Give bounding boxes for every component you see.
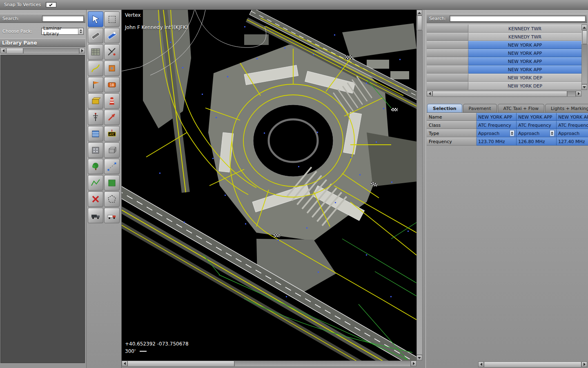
- tool-truck-route[interactable]: [104, 208, 120, 223]
- class-cell[interactable]: ATC Frequency: [557, 121, 588, 129]
- map-vertical-scrollbar[interactable]: [416, 10, 423, 361]
- scroll-thumb[interactable]: [417, 16, 422, 30]
- tool-tower-viewpoint[interactable]: [88, 110, 103, 125]
- tool-gate-box[interactable]: [88, 93, 103, 109]
- snap-to-vertices-checkbox[interactable]: [46, 2, 56, 7]
- hierarchy-search-input[interactable]: [450, 16, 586, 22]
- scroll-right-button[interactable]: [411, 361, 416, 366]
- tool-terrain[interactable]: [88, 44, 103, 60]
- dropdown-arrows-icon[interactable]: [550, 130, 555, 137]
- tool-facade[interactable]: [88, 126, 103, 141]
- map-canvas[interactable]: Vertex John F Kennedy Int'l(KJFK) +40.65…: [122, 10, 416, 361]
- hierarchy-search-bar: Search:: [427, 14, 587, 23]
- name-cell[interactable]: NEW YORK APP: [477, 113, 517, 121]
- scroll-track[interactable]: [581, 44, 588, 84]
- class-cell[interactable]: ATC Frequency: [517, 121, 557, 129]
- tab-atc-taxi-flow[interactable]: ATC Taxi + Flow: [498, 104, 544, 112]
- tool-lighthouse[interactable]: [104, 93, 120, 109]
- scroll-right-button[interactable]: [576, 91, 581, 96]
- library-list-area[interactable]: [0, 55, 85, 363]
- property-label: Class: [427, 121, 477, 129]
- scroll-track[interactable]: [416, 30, 423, 355]
- tab-pavement[interactable]: Pavement: [463, 104, 497, 112]
- scroll-thumb[interactable]: [582, 30, 587, 44]
- dropdown-arrows-icon[interactable]: [510, 130, 514, 137]
- tree-icon: [90, 161, 101, 172]
- tool-vertex[interactable]: [88, 11, 103, 27]
- scroll-right-button[interactable]: [79, 48, 85, 54]
- tool-taxi-sign[interactable]: ATC: [104, 126, 120, 141]
- tool-hole[interactable]: [104, 61, 120, 76]
- scroll-right-button[interactable]: [581, 361, 587, 367]
- tab-selection[interactable]: Selection: [427, 104, 462, 112]
- scroll-down-button[interactable]: [581, 84, 587, 90]
- tool-windsock[interactable]: [88, 77, 103, 92]
- type-dropdown-cell[interactable]: Approach: [557, 129, 588, 137]
- list-item-new-york-app[interactable]: NEW YORK APP: [427, 57, 581, 65]
- tool-boundary[interactable]: [104, 191, 120, 207]
- tool-marquee[interactable]: [104, 11, 120, 27]
- windsock-icon: [90, 79, 101, 90]
- list-horizontal-scrollbar[interactable]: [427, 91, 581, 97]
- list-item-new-york-app[interactable]: NEW YORK APP: [427, 41, 581, 49]
- tool-taxiline[interactable]: [88, 61, 103, 76]
- tool-polygon[interactable]: [104, 175, 120, 191]
- class-cell[interactable]: ATC Frequency: [477, 121, 517, 129]
- scroll-thumb[interactable]: [6, 48, 23, 54]
- list-item-new-york-dep[interactable]: NEW YORK DEP: [427, 74, 581, 82]
- list-item-kennedy-twr[interactable]: KENNEDY TWR: [427, 25, 581, 33]
- scroll-left-button[interactable]: [122, 361, 127, 366]
- scroll-down-button[interactable]: [416, 355, 422, 361]
- tool-runway[interactable]: [88, 28, 103, 43]
- list-item-new-york-dep[interactable]: NEW YORK DEP: [427, 82, 581, 90]
- scroll-track[interactable]: [23, 48, 79, 54]
- type-dropdown-cell[interactable]: Approach: [477, 129, 517, 137]
- scroll-left-button[interactable]: [0, 48, 6, 54]
- tool-forest-tree[interactable]: [88, 159, 103, 174]
- tool-truck-parking[interactable]: [88, 208, 103, 223]
- tool-exclusion[interactable]: [88, 191, 103, 207]
- list-vertical-scrollbar[interactable]: [581, 25, 588, 90]
- frequency-cell[interactable]: 123.70 MHz: [477, 137, 517, 146]
- frequency-cell[interactable]: 127.40 MHz: [557, 137, 588, 146]
- tool-sealane[interactable]: [104, 28, 120, 43]
- tool-line[interactable]: [88, 175, 103, 191]
- pack-dropdown[interactable]: Laminar Library: [41, 28, 84, 35]
- list-item-kennedy-twr[interactable]: KENNEDY TWR: [427, 33, 581, 41]
- truck-route-icon: [107, 210, 117, 221]
- library-search-input[interactable]: [42, 16, 84, 22]
- scroll-thumb[interactable]: [127, 361, 234, 367]
- scroll-thumb[interactable]: [432, 91, 567, 97]
- scroll-up-button[interactable]: [581, 25, 587, 30]
- frequency-cell[interactable]: 126.80 MHz: [517, 137, 557, 146]
- scroll-left-button[interactable]: [427, 91, 432, 96]
- tool-sign[interactable]: 18: [104, 77, 120, 92]
- scroll-track[interactable]: [234, 361, 411, 367]
- list-item-new-york-app[interactable]: NEW YORK APP: [427, 65, 581, 74]
- hole-icon: [107, 63, 117, 74]
- row-indent-cell: [427, 57, 468, 65]
- scroll-up-button[interactable]: [416, 10, 422, 16]
- scroll-track[interactable]: [567, 91, 576, 97]
- tool-knife[interactable]: [104, 44, 120, 60]
- tool-ramp-start[interactable]: [104, 110, 120, 125]
- tool-palette: 18 ATC: [87, 10, 122, 368]
- tool-building[interactable]: [88, 142, 103, 158]
- scroll-left-button[interactable]: [478, 361, 484, 367]
- scroll-thumb[interactable]: [484, 361, 581, 368]
- list-item-new-york-app[interactable]: NEW YORK APP: [427, 49, 581, 57]
- attribute-tabs: Selection Pavement ATC Taxi + Flow Light…: [427, 104, 588, 112]
- type-dropdown-cell[interactable]: Approach: [517, 129, 557, 137]
- taxi-sign-icon: ATC: [107, 128, 117, 139]
- tool-string[interactable]: [104, 159, 120, 174]
- attributes-horizontal-scrollbar[interactable]: [478, 361, 587, 368]
- map-horizontal-scrollbar[interactable]: [122, 361, 416, 367]
- knife-icon: [107, 47, 117, 57]
- name-cell[interactable]: NEW YORK APP: [557, 113, 588, 121]
- exclusion-x-icon: [90, 194, 101, 204]
- tool-object[interactable]: [104, 142, 120, 158]
- library-horizontal-scrollbar[interactable]: [0, 48, 85, 54]
- row-indent-cell: [427, 65, 468, 74]
- tab-lights-markings[interactable]: Lights + Markings: [545, 104, 588, 112]
- name-cell[interactable]: NEW YORK APP: [517, 113, 557, 121]
